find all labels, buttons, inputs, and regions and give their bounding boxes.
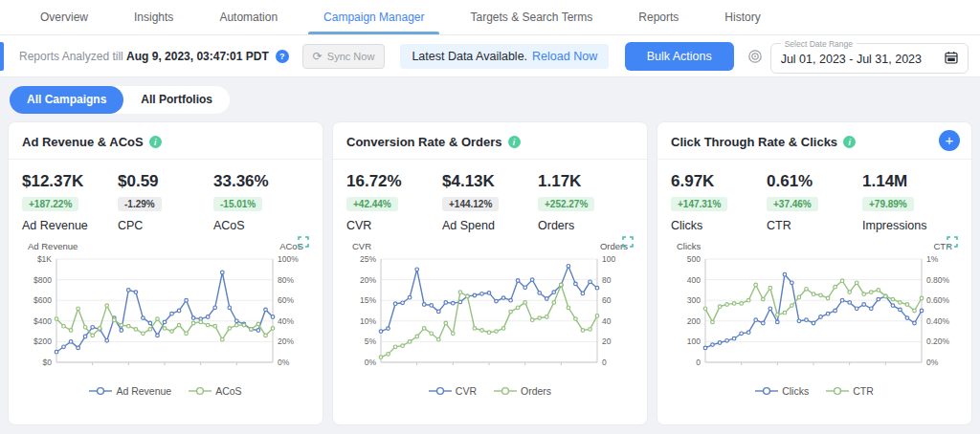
tab-campaign-manager[interactable]: Campaign Manager (308, 0, 439, 34)
chart-legend: Ad RevenueACoS (22, 385, 309, 397)
kpi-label: Ad Revenue (22, 219, 118, 232)
help-icon[interactable]: ? (276, 50, 289, 63)
bulk-actions-button[interactable]: Bulk Actions (625, 42, 734, 71)
kpi-label: Orders (538, 219, 634, 232)
svg-text:10%: 10% (360, 316, 376, 326)
sync-now-button[interactable]: ⟳ Sync Now (302, 44, 386, 69)
kpi-value: $4.13K (442, 172, 538, 191)
svg-text:20: 20 (602, 336, 612, 346)
tab-overview[interactable]: Overview (25, 0, 103, 34)
chart-canvas: CVROrders25%10020%8015%6010%405%200%0 (346, 236, 634, 380)
svg-text:Clicks: Clicks (677, 241, 702, 251)
info-icon[interactable]: i (508, 136, 521, 148)
cards-row: Ad Revenue & ACoS i $12.37K +187.22% Ad … (8, 121, 972, 425)
add-widget-button[interactable]: + (939, 130, 960, 151)
legend-marker-icon (189, 386, 212, 396)
svg-text:0.80%: 0.80% (926, 275, 950, 285)
kpi-change-badge: -15.01% (213, 197, 262, 211)
reports-analyzed-text: Reports Analyzed till Aug 9, 2023, 03:47… (19, 50, 269, 63)
kpi-ctr: 0.61% +37.46% CTR (767, 172, 862, 232)
svg-text:400: 400 (687, 275, 701, 285)
date-range-field[interactable]: Select Date Range Jul 01, 2023 - Jul 31,… (770, 39, 969, 74)
legend-marker-icon (89, 386, 112, 396)
svg-text:60: 60 (602, 295, 612, 305)
kpi-value: 33.36% (213, 172, 309, 191)
kpi-change-badge: -1.29% (118, 197, 162, 211)
legend-label: ACoS (215, 385, 241, 397)
svg-text:$0: $0 (43, 358, 53, 367)
svg-text:0%: 0% (278, 358, 290, 367)
svg-text:20%: 20% (360, 275, 376, 285)
chart-cvr-orders: CVROrders25%10020%8015%6010%405%200%0 CV… (346, 236, 634, 397)
tab-targets-search-terms[interactable]: Targets & Search Terms (455, 0, 608, 34)
kpi-change-badge: +37.46% (767, 197, 818, 211)
card-title: Ad Revenue & ACoS (22, 135, 144, 149)
legend-item-ctr[interactable]: CTR (826, 385, 874, 397)
tab-insights[interactable]: Insights (119, 0, 189, 34)
expand-icon[interactable] (947, 236, 958, 250)
svg-text:$800: $800 (33, 275, 52, 285)
svg-text:60%: 60% (278, 295, 294, 305)
svg-text:$400: $400 (33, 316, 52, 326)
card-header: Conversion Rate & Orders i (333, 133, 647, 160)
chart-clicks-ctr: ClicksCTR5001%4000.80%3000.60%2000.40%10… (671, 236, 958, 397)
kpi-value: 0.61% (767, 172, 862, 191)
svg-text:80%: 80% (278, 275, 294, 285)
info-icon[interactable]: i (149, 136, 162, 148)
chart-ad-revenue-acos: Ad RevenueACoS$1K100%$80080%$60060%$4004… (22, 236, 309, 397)
svg-text:100%: 100% (278, 254, 299, 264)
legend-label: Orders (521, 385, 551, 397)
legend-item-acos[interactable]: ACoS (189, 385, 241, 397)
date-range-value: Jul 01, 2023 - Jul 31, 2023 (781, 53, 922, 66)
pill-all-portfolios[interactable]: All Portfolios (123, 86, 230, 114)
svg-text:0.20%: 0.20% (926, 336, 950, 346)
card-title: Click Through Rate & Clicks (671, 135, 837, 149)
kpi-label: Ad Spend (442, 219, 538, 232)
legend-item-orders[interactable]: Orders (494, 385, 551, 397)
card-header: Ad Revenue & ACoS i (9, 133, 323, 160)
chart-canvas: Ad RevenueACoS$1K100%$80080%$60060%$4004… (22, 236, 309, 380)
tab-reports[interactable]: Reports (623, 0, 694, 34)
legend-item-ad-revenue[interactable]: Ad Revenue (89, 385, 171, 397)
kpi-value: 6.97K (671, 172, 767, 191)
legend-marker-icon (826, 386, 849, 396)
chart-legend: ClicksCTR (671, 385, 958, 397)
legend-label: CTR (853, 385, 874, 397)
scope-switcher: All Campaigns All Portfolios (10, 86, 230, 114)
kpi-cpc: $0.59 -1.29% CPC (118, 172, 213, 232)
card-conversion-rate-orders: Conversion Rate & Orders i 16.72% +42.44… (332, 121, 648, 425)
svg-text:Ad Revenue: Ad Revenue (28, 241, 78, 251)
pill-all-campaigns[interactable]: All Campaigns (10, 86, 123, 114)
toolbar: Reports Analyzed till Aug 9, 2023, 03:47… (0, 35, 980, 77)
tab-automation[interactable]: Automation (204, 0, 293, 34)
legend-label: Ad Revenue (116, 385, 171, 397)
svg-text:80: 80 (602, 275, 612, 285)
kpi-cvr: 16.72% +42.44% CVR (346, 172, 442, 232)
svg-text:15%: 15% (360, 295, 376, 305)
legend-item-cvr[interactable]: CVR (429, 385, 477, 397)
reload-now-link[interactable]: Reload Now (532, 50, 597, 63)
kpi-value: 1.17K (538, 172, 634, 191)
sync-now-label: Sync Now (327, 51, 375, 62)
kpi-impressions: 1.14M +79.89% Impressions (862, 172, 958, 232)
chart-canvas: ClicksCTR5001%4000.80%3000.60%2000.40%10… (671, 236, 958, 380)
kpi-value: $12.37K (22, 172, 118, 191)
spiral-icon[interactable] (747, 49, 763, 64)
kpi-label: CPC (118, 219, 213, 232)
calendar-icon[interactable] (945, 51, 958, 68)
svg-text:500: 500 (687, 254, 701, 264)
info-icon[interactable]: i (843, 136, 856, 148)
kpi-row: 16.72% +42.44% CVR $4.13K +144.12% Ad Sp… (346, 172, 634, 232)
tab-history[interactable]: History (709, 0, 775, 34)
kpi-change-badge: +42.44% (346, 197, 398, 211)
legend-marker-icon (429, 386, 452, 396)
svg-text:$1K: $1K (37, 254, 52, 264)
card-header: Click Through Rate & Clicks i (657, 133, 971, 160)
legend-item-clicks[interactable]: Clicks (755, 385, 809, 397)
expand-icon[interactable] (622, 236, 634, 250)
sync-icon: ⟳ (313, 50, 323, 63)
svg-text:40: 40 (602, 316, 612, 326)
kpi-change-badge: +147.31% (671, 197, 727, 211)
expand-icon[interactable] (298, 236, 309, 250)
latest-data-banner: Latest Data Available. Reload Now (400, 44, 609, 69)
